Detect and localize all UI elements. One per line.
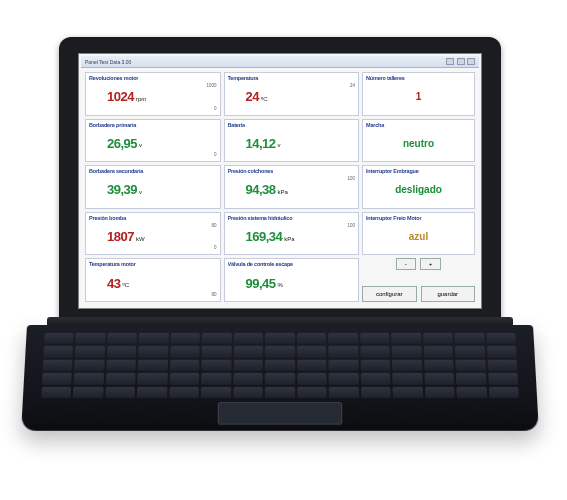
dashboard-grid: Revoluciones motor 1024 rpm 1000 0 Tempe… [81, 68, 479, 306]
panel-pressure-cushion-unit: kPa [278, 189, 288, 195]
app-window: Panel Test Data 3.00 Revoluciones motor … [81, 56, 479, 306]
minimize-button[interactable] [446, 58, 454, 65]
panel-hydraulic-pressure: Presión sistema hidráulico 169,34 kPa 10… [224, 212, 360, 256]
panel-exhaust-valve-value: 99,45 [246, 276, 276, 291]
panel-temp-ticks: 24 [339, 81, 355, 113]
panel-hydraulic-pressure-unit: kPa [284, 236, 294, 242]
panel-brake-switch-value: azul [409, 231, 428, 242]
panel-gear: Marcha neutro [362, 119, 475, 163]
panel-motor-temp-unit: ºC [122, 282, 129, 288]
panel-brake-switch: Interruptor Freio Motor azul [362, 212, 475, 256]
laptop-screen: Panel Test Data 3.00 Revoluciones motor … [78, 53, 482, 309]
window-titlebar: Panel Test Data 3.00 [81, 56, 479, 68]
panel-battery: Batería 14,12 v [224, 119, 360, 163]
panel-temp: Temperatura 24 ºC 24 [224, 72, 360, 116]
panel-temp-unit: ºC [261, 96, 268, 102]
panel-pin-secondary-value: 39,39 [107, 182, 137, 197]
panel-rpm-value: 1024 [107, 89, 134, 104]
panel-pin-primary-value: 26,95 [107, 136, 137, 151]
panel-turns-value: 1 [416, 91, 422, 102]
panel-rpm: Revoluciones motor 1024 rpm 1000 0 [85, 72, 221, 116]
panel-pump-pressure: Presión bomba 1807 kW 80 0 [85, 212, 221, 256]
panel-rpm-ticks: 1000 0 [201, 81, 217, 113]
control-panel: - + configurar guardar [362, 258, 475, 302]
panel-exhaust-valve: Válvula de controle escape 99,45 % [224, 258, 360, 302]
window-controls [445, 58, 475, 66]
panel-pin-secondary-unit: v [139, 189, 142, 195]
panel-motor-temp: Temperatura motor 43 ºC 80 [85, 258, 221, 302]
laptop-deck [21, 325, 539, 431]
panel-exhaust-valve-unit: % [278, 282, 283, 288]
panel-clutch-switch-value: desligado [395, 184, 442, 195]
panel-pump-pressure-unit: kW [136, 236, 145, 242]
configure-button[interactable]: configurar [362, 286, 416, 302]
save-button[interactable]: guardar [421, 286, 475, 302]
panel-pressure-cushion: Presión colchones 94,38 kPa 100 [224, 165, 360, 209]
panel-pressure-cushion-value: 94,38 [246, 182, 276, 197]
panel-battery-unit: v [278, 142, 281, 148]
minus-button[interactable]: - [396, 258, 416, 270]
panel-clutch-switch: Interruptor Embrague desligado [362, 165, 475, 209]
panel-hydraulic-pressure-value: 169,34 [246, 229, 283, 244]
plus-button[interactable]: + [420, 258, 442, 270]
laptop-lid: Panel Test Data 3.00 Revoluciones motor … [59, 37, 501, 325]
panel-battery-value: 14,12 [246, 136, 276, 151]
panel-motor-temp-value: 43 [107, 276, 120, 291]
panel-pin-primary: Borbadera primaria 26,95 v 0 [85, 119, 221, 163]
keyboard [41, 333, 519, 398]
close-button[interactable] [467, 58, 475, 65]
maximize-button[interactable] [457, 58, 465, 65]
panel-pin-primary-unit: v [139, 142, 142, 148]
panel-gear-value: neutro [403, 138, 434, 149]
panel-rpm-unit: rpm [136, 96, 146, 102]
panel-pump-pressure-value: 1807 [107, 229, 134, 244]
touchpad [218, 402, 343, 425]
panel-turns: Número talleres 1 [362, 72, 475, 116]
panel-temp-value: 24 [246, 89, 259, 104]
laptop-frame: Panel Test Data 3.00 Revoluciones motor … [59, 37, 501, 438]
panel-pin-secondary: Borbadera secundaria 39,39 v [85, 165, 221, 209]
window-title: Panel Test Data 3.00 [85, 59, 131, 65]
